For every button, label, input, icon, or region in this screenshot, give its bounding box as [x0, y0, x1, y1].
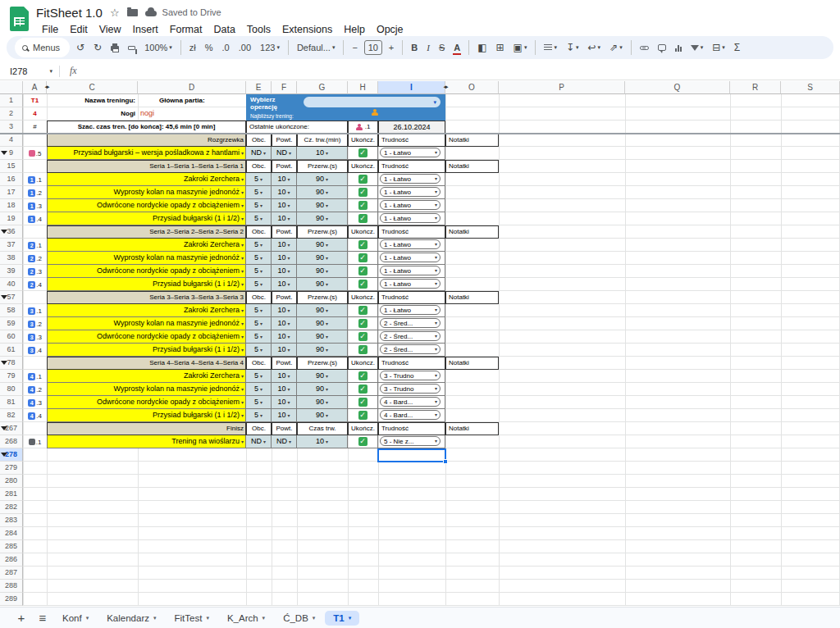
table-views-button[interactable]: ⊟▾	[710, 39, 728, 57]
sheet-tab-k_arch[interactable]: K_Arch▾	[219, 611, 273, 626]
row-header-3[interactable]: 3	[0, 121, 23, 134]
sheet-tab-t1[interactable]: T1▾	[325, 611, 359, 626]
sheet-tab-konf[interactable]: Konf▾	[54, 611, 97, 626]
last-completed-date-cell[interactable]: 26.10.2024	[378, 121, 445, 134]
reps-dropdown[interactable]: 10▾	[272, 396, 297, 409]
menu-view[interactable]: View	[94, 24, 127, 35]
difficulty-dropdown[interactable]: 3 - Trudno▾	[380, 371, 441, 380]
exercise-name-dropdown[interactable]: Zakroki Zerchera▾	[47, 173, 246, 186]
increase-font-size-button[interactable]: +	[386, 39, 396, 57]
functions-button[interactable]: Σ	[732, 39, 742, 57]
difficulty-dropdown[interactable]: 1 - Łatwo▾	[380, 200, 441, 210]
font-select[interactable]: Defaul...▾	[294, 39, 337, 57]
time-dropdown[interactable]: 90▾	[297, 317, 348, 330]
cell-H3[interactable]: .1	[348, 121, 378, 134]
row-header-38[interactable]: 38	[0, 252, 23, 265]
reps-header-cell[interactable]: Powt.	[272, 225, 297, 239]
difficulty-dropdown[interactable]: 3 - Trudno▾	[380, 384, 441, 394]
load-dropdown[interactable]: 5▾	[246, 252, 272, 265]
document-title[interactable]: FitSheet 1.0	[36, 6, 103, 20]
load-dropdown[interactable]: 5▾	[246, 317, 272, 330]
row-group-toggle[interactable]	[1, 151, 7, 155]
section-header-cell[interactable]: Seria 1–Seria 1–Seria 1–Seria 1	[47, 160, 246, 173]
row-header-16[interactable]: 16	[0, 173, 23, 186]
row-group-toggle[interactable]	[1, 295, 7, 299]
row-header-281[interactable]: 281	[0, 488, 23, 501]
strikethrough-button[interactable]: S	[436, 39, 447, 57]
load-header-cell[interactable]: Obc.	[246, 291, 272, 304]
done-checkbox[interactable]: ✓	[358, 437, 368, 446]
row-header-268[interactable]: 268	[0, 435, 23, 448]
menus-search[interactable]: Menus	[15, 38, 70, 57]
exercise-name-dropdown[interactable]: Wyprosty kolan na maszynie jednonóż▾	[47, 186, 246, 199]
notes-header-cell[interactable]: Notatki	[445, 160, 499, 173]
section-header-cell[interactable]: Seria 3–Seria 3–Seria 3–Seria 3	[47, 291, 246, 304]
row-header-279[interactable]: 279	[0, 462, 23, 475]
row-header-17[interactable]: 17	[0, 186, 23, 199]
exercise-name-dropdown[interactable]: Zakroki Zerchera▾	[47, 239, 246, 252]
reps-dropdown[interactable]: 10▾	[272, 252, 297, 265]
row-header-1[interactable]: 1	[0, 94, 23, 107]
exercise-name-dropdown[interactable]: Odwrócone nordyckie opady z obciążeniem▾	[47, 265, 246, 278]
menu-data[interactable]: Data	[208, 24, 240, 35]
load-dropdown[interactable]: 5▾	[246, 265, 272, 278]
row-header-60[interactable]: 60	[0, 330, 23, 344]
notes-header-cell[interactable]: Notatki	[445, 422, 499, 435]
row-header-37[interactable]: 37	[0, 239, 23, 252]
done-header-cell[interactable]: Ukończ.	[348, 422, 378, 435]
row-header-283[interactable]: 283	[0, 514, 23, 527]
font-size-input[interactable]: 10	[364, 40, 382, 55]
column-header-R[interactable]: R	[730, 81, 781, 94]
difficulty-header-cell[interactable]: Trudność	[378, 225, 445, 239]
decrease-font-size-button[interactable]: −	[349, 39, 359, 57]
estimated-time-cell[interactable]: Szac. czas tren. [do końca]: 45,6 min [0…	[47, 121, 246, 134]
select-all-corner[interactable]	[0, 81, 23, 94]
section-header-cell[interactable]: Seria 4–Seria 4–Seria 4–Seria 4	[47, 357, 246, 370]
load-dropdown[interactable]: 5▾	[246, 173, 272, 186]
insert-chart-button[interactable]	[673, 39, 684, 57]
row-header-288[interactable]: 288	[0, 580, 23, 593]
time-header-cell[interactable]: Czas trw.	[297, 422, 348, 435]
row-header-18[interactable]: 18	[0, 199, 23, 212]
done-checkbox[interactable]: ✓	[358, 385, 368, 394]
borders-button[interactable]: ⊞	[494, 39, 507, 57]
row-header-284[interactable]: 284	[0, 527, 23, 540]
horizontal-align-button[interactable]: ▾	[541, 39, 559, 57]
difficulty-dropdown[interactable]: 1 - Łatwo▾	[380, 239, 441, 249]
exercise-name-dropdown[interactable]: Przysiad bułgarski (1 i 1/2)▾	[47, 278, 246, 291]
time-dropdown[interactable]: 90▾	[297, 252, 348, 265]
load-dropdown[interactable]: 5▾	[246, 199, 272, 212]
exercise-name-dropdown[interactable]: Wyprosty kolan na maszynie jednonóż▾	[47, 317, 246, 330]
row-header-79[interactable]: 79	[0, 370, 23, 383]
cell-C2[interactable]: Nogi	[47, 107, 138, 121]
exercise-name-dropdown[interactable]: Przysiad bułgarski (1 i 1/2)▾	[47, 344, 246, 357]
exercise-name-dropdown[interactable]: Wyprosty kolan na maszynie jednonóż▾	[47, 383, 246, 396]
section-header-cell[interactable]: Finisz	[47, 422, 246, 435]
reps-header-cell[interactable]: Powt.	[272, 160, 297, 173]
percent-format-button[interactable]: %	[203, 39, 216, 57]
row-header-2[interactable]: 2	[0, 107, 23, 121]
reps-header-cell[interactable]: Powt.	[272, 291, 297, 304]
difficulty-header-cell[interactable]: Trudność	[378, 134, 445, 147]
load-dropdown[interactable]: 5▾	[246, 370, 272, 383]
row-header-58[interactable]: 58	[0, 304, 23, 317]
time-dropdown[interactable]: 90▾	[297, 278, 348, 291]
time-dropdown[interactable]: 90▾	[297, 370, 348, 383]
print-button[interactable]	[108, 39, 121, 57]
zoom-select[interactable]: 100%▾	[142, 39, 175, 57]
text-rotation-button[interactable]: ⇗▾	[607, 39, 625, 57]
reps-dropdown[interactable]: 10▾	[272, 278, 297, 291]
time-dropdown[interactable]: 90▾	[297, 173, 348, 186]
reps-header-cell[interactable]: Powt.	[272, 134, 297, 147]
difficulty-header-cell[interactable]: Trudność	[378, 160, 445, 173]
done-checkbox[interactable]: ✓	[358, 240, 368, 249]
done-checkbox[interactable]: ✓	[358, 188, 368, 197]
reps-dropdown[interactable]: 10▾	[272, 173, 297, 186]
row-header-280[interactable]: 280	[0, 475, 23, 488]
row-header-19[interactable]: 19	[0, 212, 23, 225]
create-filter-button[interactable]: ▾	[688, 39, 706, 57]
time-dropdown[interactable]: 90▾	[297, 304, 348, 317]
column-header-D[interactable]: D	[138, 81, 246, 94]
paint-format-button[interactable]	[126, 39, 138, 57]
row-group-toggle[interactable]	[1, 361, 7, 365]
